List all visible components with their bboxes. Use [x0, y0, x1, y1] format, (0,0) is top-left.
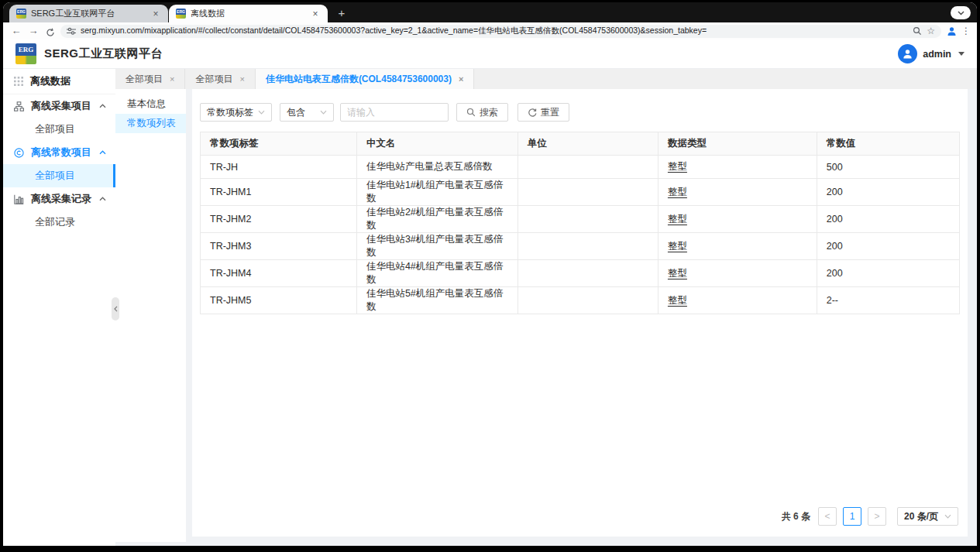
cell-value: 200	[817, 233, 959, 260]
sidebar-collapse-handle[interactable]	[112, 297, 119, 321]
content-area: 全部项目 × 全部项目 × 佳华电站电表互感倍数(COL458475360000…	[115, 69, 977, 546]
page-tab-all-projects-1[interactable]: 全部项目 ×	[115, 69, 185, 89]
data-type-link[interactable]: 整型	[668, 161, 687, 172]
page-tab-label: 佳华电站电表互感倍数(COL4584753600003)	[266, 73, 452, 86]
chevron-down-icon	[944, 514, 951, 519]
forward-icon[interactable]: →	[26, 24, 40, 38]
cell-unit	[518, 233, 658, 260]
tab-close-icon[interactable]: ×	[170, 74, 174, 84]
browser-profile-icon[interactable]	[944, 24, 958, 38]
copyright-icon	[14, 148, 24, 158]
username-label[interactable]: admin	[923, 49, 951, 60]
field-select[interactable]: 常数项标签	[200, 103, 272, 122]
sidebar-group-label: 离线常数项目	[31, 146, 91, 159]
tab-close-icon[interactable]: ×	[310, 9, 321, 19]
page-tab-all-projects-2[interactable]: 全部项目 ×	[185, 69, 255, 89]
browser-menu-icon[interactable]: ⋮	[961, 26, 971, 36]
subnav-item-basic-info[interactable]: 基本信息	[115, 94, 186, 114]
cell-tag: TR-JHM1	[201, 179, 357, 206]
chevron-up-icon	[99, 150, 106, 155]
page-tab-constant-detail[interactable]: 佳华电站电表互感倍数(COL4584753600003) ×	[256, 69, 475, 89]
app-title: SERG工业互联网平台	[44, 46, 163, 61]
zoom-icon[interactable]	[913, 26, 922, 36]
sidebar-group-constant-projects[interactable]: 离线常数项目	[3, 141, 115, 164]
cell-tag: TR-JH	[201, 156, 357, 179]
browser-tab-title: SERG工业互联网平台	[31, 8, 146, 19]
detail-subnav: 基本信息 常数项列表	[115, 89, 186, 542]
app-header: ERG SERG工业互联网平台 admin	[3, 39, 977, 69]
data-type-link[interactable]: 整型	[668, 241, 687, 252]
cell-value: 200	[817, 179, 959, 206]
url-field[interactable]: serg.mixyun.com/mixapplication/#/collect…	[60, 25, 941, 38]
cell-unit	[518, 206, 658, 233]
back-icon[interactable]: ←	[9, 24, 23, 38]
page-size-select[interactable]: 20 条/页	[897, 507, 958, 526]
chevron-down-icon	[958, 11, 965, 15]
pagination-next-button[interactable]: >	[868, 507, 886, 526]
tab-close-icon[interactable]: ×	[459, 74, 463, 84]
bar-chart-icon	[14, 194, 24, 204]
app-body: 离线数据 离线采集项目 全部项目 离线常数项目 全部项目	[3, 69, 977, 546]
page-size-value: 20 条/页	[904, 510, 938, 523]
tab-search-button[interactable]	[951, 6, 971, 19]
tab-close-icon[interactable]: ×	[239, 74, 244, 84]
cell-tag: TR-JHM3	[201, 233, 357, 260]
browser-tab-serg[interactable]: ERG SERG工业互联网平台 ×	[9, 5, 168, 22]
pagination-prev-button[interactable]: <	[818, 507, 837, 526]
serg-favicon-icon: ERG	[16, 9, 26, 19]
bookmark-star-icon[interactable]: ☆	[927, 26, 935, 36]
search-input[interactable]	[340, 103, 449, 122]
reset-button[interactable]: 重置	[518, 103, 569, 122]
cell-data-type: 整型	[658, 156, 817, 179]
column-header-value: 常数值	[817, 132, 959, 156]
subnav-item-constant-list[interactable]: 常数项列表	[115, 114, 186, 133]
sidebar-group-collect-records[interactable]: 离线采集记录	[3, 187, 115, 211]
column-header-tag: 常数项标签	[201, 132, 357, 156]
data-type-link[interactable]: 整型	[668, 187, 687, 197]
sidebar-item-all-collect-projects[interactable]: 全部项目	[3, 118, 115, 141]
operator-select-value: 包含	[287, 106, 305, 119]
data-type-link[interactable]: 整型	[668, 268, 687, 279]
cell-tag: TR-JHM2	[201, 206, 357, 233]
column-header-unit: 单位	[518, 132, 658, 156]
reset-button-label: 重置	[541, 106, 559, 119]
sidebar-group-label: 离线采集记录	[31, 192, 91, 206]
search-button[interactable]: 搜索	[456, 103, 508, 122]
cell-data-type: 整型	[658, 233, 817, 260]
cell-cn-name: 佳华电站3#机组产电量表互感倍数	[356, 233, 518, 260]
new-tab-button[interactable]: +	[334, 6, 349, 19]
cell-tag: TR-JHM5	[201, 287, 357, 314]
cell-data-type: 整型	[658, 260, 817, 287]
sidebar-item-all-constant-projects[interactable]: 全部项目	[3, 164, 115, 187]
subnav-item-label: 常数项列表	[127, 117, 176, 130]
user-avatar[interactable]	[898, 44, 917, 63]
chevron-up-icon	[99, 104, 106, 108]
sidebar-item-all-records[interactable]: 全部记录	[3, 211, 115, 234]
tab-close-icon[interactable]: ×	[150, 9, 161, 19]
cell-unit	[518, 287, 658, 314]
page-tabbar: 全部项目 × 全部项目 × 佳华电站电表互感倍数(COL458475360000…	[115, 69, 977, 89]
table-row: TR-JHM3 佳华电站3#机组产电量表互感倍数 整型 200	[201, 233, 960, 260]
pagination-page-1[interactable]: 1	[843, 507, 861, 526]
pagination: 共 6 条 < 1 > 20 条/页	[200, 501, 960, 532]
sidebar-item-label: 全部记录	[35, 215, 75, 229]
cell-data-type: 整型	[658, 179, 817, 206]
chevron-left-icon	[114, 306, 118, 312]
operator-select[interactable]: 包含	[280, 103, 334, 122]
reset-icon	[528, 108, 537, 117]
reload-icon[interactable]	[43, 26, 57, 37]
data-type-link[interactable]: 整型	[668, 295, 687, 306]
url-text[interactable]: serg.mixyun.com/mixapplication/#/collect…	[81, 26, 908, 36]
table-header-row: 常数项标签 中文名 单位 数据类型 常数值	[201, 132, 960, 156]
site-info-icon[interactable]	[67, 27, 76, 35]
search-button-label: 搜索	[480, 106, 498, 119]
browser-tab-offline-data[interactable]: ERG 离线数据 ×	[169, 5, 328, 22]
constants-table: 常数项标签 中文名 单位 数据类型 常数值 TR-JH 佳华电站产电量总表互感倍…	[200, 132, 960, 314]
sidebar: 离线数据 离线采集项目 全部项目 离线常数项目 全部项目	[3, 69, 115, 546]
table-row: TR-JHM5 佳华电站5#机组产电量表互感倍数 整型 2--	[201, 287, 960, 314]
user-menu-caret-icon[interactable]	[958, 52, 965, 56]
serg-favicon-icon: ERG	[176, 9, 186, 19]
cell-cn-name: 佳华电站2#机组产电量表互感倍数	[356, 206, 518, 233]
sidebar-group-collect-projects[interactable]: 离线采集项目	[3, 94, 115, 118]
data-type-link[interactable]: 整型	[668, 214, 687, 225]
